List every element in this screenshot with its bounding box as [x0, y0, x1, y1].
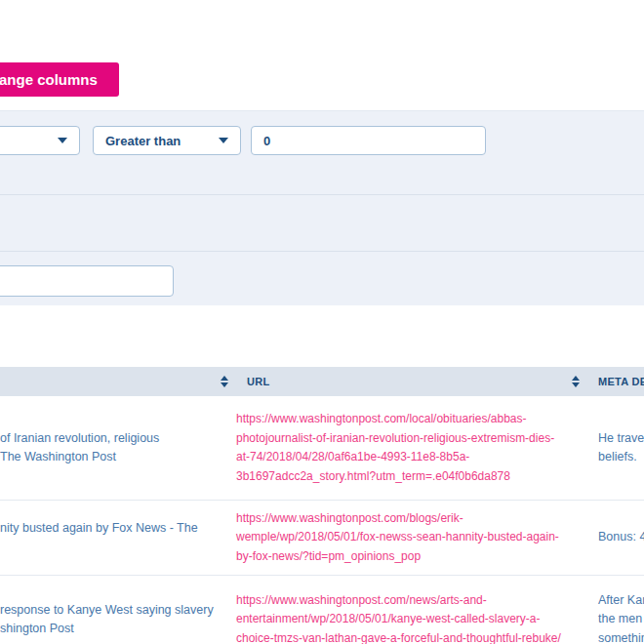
filter-value-input[interactable]	[251, 126, 486, 155]
article-url-link-line[interactable]: 3b1697adcc2a_story.html?utm_term=.e04f0b…	[236, 467, 562, 487]
results-table: URL META DESCRIPTION of Iranian revoluti…	[0, 367, 644, 644]
filter-operator-select-value: Greater than	[105, 134, 181, 148]
column-header-url-label: URL	[247, 376, 270, 387]
caret-down-icon	[219, 138, 228, 143]
meta-description-cell: Bonus: 49	[585, 501, 644, 575]
article-url-link-line[interactable]: https://www.washingtonpost.com/local/obi…	[236, 410, 562, 429]
meta-description-cell: He travelebeliefs.	[585, 396, 644, 500]
article-url-link-line[interactable]: https://www.washingtonpost.com/news/arts…	[236, 591, 562, 611]
url-cell: https://www.washingtonpost.com/blogs/eri…	[234, 501, 585, 575]
article-meta-line: something	[598, 629, 644, 644]
article-title-line: shington Post	[0, 620, 217, 639]
panel-divider	[0, 194, 644, 195]
article-meta-line: Bonus: 49	[598, 528, 644, 547]
article-url-link-line[interactable]: wemple/wp/2018/05/01/fox-newss-sean-hann…	[236, 528, 562, 547]
article-meta-line: After Kany	[598, 591, 644, 611]
search-input[interactable]	[0, 265, 174, 297]
table-row: response to Kanye West saying slaveryshi…	[0, 576, 644, 644]
article-url-link-line[interactable]: https://www.washingtonpost.com/blogs/eri…	[236, 509, 562, 529]
panel-divider	[0, 251, 644, 252]
article-title-line: of Iranian revolution, religious	[0, 429, 217, 449]
article-meta-line: beliefs.	[598, 448, 644, 467]
table-row: of Iranian revolution, religiousThe Wash…	[0, 396, 644, 501]
url-cell: https://www.washingtonpost.com/news/arts…	[234, 576, 585, 644]
table-header: URL META DESCRIPTION	[0, 367, 644, 396]
article-meta-line: He travele	[598, 429, 644, 449]
sort-icon[interactable]	[221, 376, 228, 387]
article-url-link-line[interactable]: by-fox-news/?tid=pm_opinions_pop	[236, 547, 562, 567]
sort-icon[interactable]	[572, 376, 580, 387]
title-cell: nity busted again by Fox News - The	[0, 501, 234, 575]
title-cell: response to Kanye West saying slaveryshi…	[0, 576, 234, 644]
page: Change columns Greater than URL	[0, 0, 644, 644]
article-url-link-line[interactable]: entertainment/wp/2018/05/01/kanye-west-c…	[236, 610, 562, 629]
column-header-meta[interactable]: META DESCRIPTION	[585, 367, 644, 396]
column-header-url[interactable]: URL	[234, 367, 585, 396]
article-url-link-line[interactable]: at-74/2018/04/28/0af6a1be-4993-11e8-8b5a…	[236, 448, 562, 467]
article-title-line: nity busted again by Fox News - The	[0, 519, 217, 539]
article-meta-line: the men o	[598, 610, 644, 629]
url-cell: https://www.washingtonpost.com/local/obi…	[234, 396, 585, 500]
filter-panel: Greater than	[0, 110, 644, 305]
table-body: of Iranian revolution, religiousThe Wash…	[0, 396, 644, 644]
change-columns-button[interactable]: Change columns	[0, 62, 119, 97]
column-header-title[interactable]	[0, 367, 234, 396]
filter-column-select[interactable]	[0, 126, 80, 155]
article-title-line: The Washington Post	[0, 448, 217, 467]
title-cell: of Iranian revolution, religiousThe Wash…	[0, 396, 234, 500]
meta-description-cell: After Kanythe men osomething	[585, 576, 644, 644]
filter-operator-select[interactable]: Greater than	[93, 126, 241, 155]
article-title-line	[0, 538, 217, 557]
article-title-line: response to Kanye West saying slavery	[0, 601, 217, 621]
article-url-link-line[interactable]: choice-tmzs-van-lathan-gave-a-forceful-a…	[236, 629, 562, 644]
caret-down-icon	[58, 138, 67, 143]
article-url-link-line[interactable]: photojournalist-of-iranian-revolution-re…	[236, 429, 562, 449]
column-header-meta-label: META DESCRIPTION	[598, 376, 644, 387]
table-row: nity busted again by Fox News - Thehttps…	[0, 501, 644, 576]
